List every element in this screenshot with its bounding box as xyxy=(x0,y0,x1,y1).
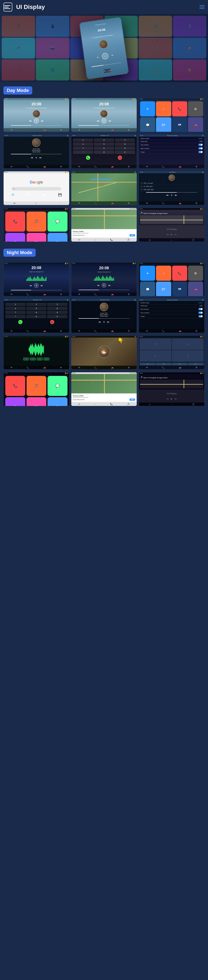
bt-music-night[interactable]: 17:44 Bluetooth_Music 🔋 🎵 Music Title Mu… xyxy=(71,299,137,333)
social-controls: ⏮ ⏸ ⏭ xyxy=(140,194,203,196)
apps-night[interactable]: 18:44 📶 🔋 ✈ ♪ 📞 ⚙ 💬 BT 🗺 🚗 🖼 📺 📻 📡 ✉ 📞 xyxy=(139,262,205,296)
n-call-accept[interactable]: 📞 xyxy=(18,320,22,324)
n-acp-phone[interactable]: 📞 xyxy=(5,376,25,396)
song-item-1[interactable]: 🎵 华龙_xxx.mp3 xyxy=(140,182,203,185)
poi-nav-night[interactable]: 18:18 ETA 9.0km 📍 Sunny Coffee Eastern M… xyxy=(71,372,137,406)
day-row-1: 19:44 📶 🔋 20:08 A scrolling display of i… xyxy=(3,98,205,132)
apple-carplay-night[interactable]: 18:18 📶 🔋 📞 🎵 💬 🎙 📰 🗺 ⬅ ⌂ 🎵 xyxy=(3,372,69,406)
music-player-day-2[interactable]: 20:08 📶 🔋 20:08 A scrolling display of i… xyxy=(71,98,137,132)
nav-night[interactable]: 08:51 📶 🔋 ↑ → ← ↓ 2D 3D NV DV xyxy=(139,336,205,369)
video-thumb: 🍜 xyxy=(98,345,110,358)
gmail-icon[interactable]: 📧 xyxy=(5,193,20,196)
n-dial-grid: 1 2 3 4 5 6 7 8 9 * 0 # xyxy=(5,302,68,319)
youtube-icon[interactable]: ▶ xyxy=(37,193,52,196)
n-go-button[interactable]: GO xyxy=(129,398,135,401)
song-item-3[interactable]: 🎵 华龙_你好.mp3 xyxy=(140,188,203,191)
acp-messages[interactable]: 💬 xyxy=(47,212,68,232)
carplay-google-day[interactable]: 09:41 📶 🔋 Google 🔍 📧 🗺 ▶ 💾 ⬅ xyxy=(3,171,69,205)
n-app-whatsapp[interactable]: 💬 xyxy=(140,282,155,296)
music-night-1[interactable]: 19:44 📶 🔋 20:08 Night sky background ⏮ ⏸… xyxy=(3,262,69,296)
n-app-map[interactable]: 🗺 xyxy=(172,282,187,296)
bottom-bar-1: ✉ 📞 🚗 ⚙ xyxy=(4,128,69,132)
navigation-map-day[interactable]: 13:00 🔋 📍 ✉ 📞 🚗 ⚙ xyxy=(71,171,137,205)
n-acp-news[interactable]: 📰 xyxy=(27,397,46,406)
n-app-telegram[interactable]: ✈ xyxy=(140,266,155,281)
n-auto-answer-toggle[interactable] xyxy=(199,308,203,310)
acp-podcast[interactable]: 🎙 xyxy=(5,233,25,242)
n-acp-messages[interactable]: 💬 xyxy=(47,376,68,396)
nav-icon[interactable] xyxy=(200,5,205,9)
n-nav-music-status: 08:51 📶 🔋 xyxy=(139,372,204,374)
nav-music-day[interactable]: 08:51 📶 🔋 ↗ Start on Donghae Songue Road xyxy=(139,208,205,242)
auto-connect-toggle[interactable] xyxy=(199,147,203,150)
n-auto-connect-toggle[interactable] xyxy=(199,312,203,314)
nav-up[interactable]: ↑ xyxy=(140,339,171,350)
nav-not-playing: Not Playing ⏮ ▶ ⏭ xyxy=(139,225,204,238)
header: UI Display xyxy=(0,0,208,14)
play-btn: ⏸ xyxy=(101,52,109,60)
power-toggle[interactable] xyxy=(199,151,203,153)
app-music[interactable]: ♪ xyxy=(156,101,171,116)
app-telegram[interactable]: ✈ xyxy=(140,101,155,116)
n-power-toggle[interactable] xyxy=(199,315,203,317)
n-nav-status: 08:51 📶 🔋 xyxy=(139,336,204,337)
bt-call-night[interactable]: 17:44 Bluetooth_Call 🔋 1 2 3 4 5 6 7 8 9… xyxy=(3,299,69,333)
social-bottom: ✉ 📞 🚗 ⚙ xyxy=(139,201,204,205)
app-settings[interactable]: ⚙ xyxy=(188,101,203,116)
bt-settings-day[interactable]: 17:44 Bluetooth_Settings 🔋 Device name C… xyxy=(139,135,205,169)
video-night[interactable]: 18:18 🔋 🍜 👆 ✉ 📞 🚗 ⚙ xyxy=(71,336,137,369)
music-subtitle-1: A scrolling display of information xyxy=(26,107,47,109)
n-nav-music-bottom: ⬅ ⌂ 🎵 xyxy=(139,402,204,406)
music-player-day-1[interactable]: 19:44 📶 🔋 20:08 A scrolling display of i… xyxy=(3,98,69,132)
acp-news[interactable]: 📰 xyxy=(27,233,46,242)
n-call-end[interactable]: 📵 xyxy=(50,320,54,324)
nav-right[interactable]: → xyxy=(172,339,203,350)
app-bt[interactable]: BT xyxy=(156,117,171,132)
n-acp-podcast[interactable]: 🎙 xyxy=(5,397,25,406)
n-call-bottom: ✉ 📞 🚗 ⚙ xyxy=(4,329,69,333)
n-app-music[interactable]: ♪ xyxy=(156,266,171,281)
bt-track-info: Music Title Music Album Music Artist xyxy=(5,148,68,153)
n-acp-music[interactable]: 🎵 xyxy=(27,376,46,396)
music-night-2[interactable]: 20:08 📶 🔋 20:08 Galaxy background ⏮ ⏸ ⏭ … xyxy=(71,262,137,296)
maps-icon[interactable]: 🗺 xyxy=(21,193,36,196)
call-end[interactable]: 📵 xyxy=(118,156,122,160)
n-acp-maps[interactable]: 🗺 xyxy=(47,397,68,406)
n-app-bt[interactable]: BT xyxy=(156,282,171,296)
day-row-3: 09:41 📶 🔋 Google 🔍 📧 🗺 ▶ 💾 ⬅ xyxy=(3,171,205,205)
app-grid-day[interactable]: 18:44 📶 🔋 ✈ ♪ 📞 ⚙ 💬 BT 🗺 🚗 🖼 📺 📻 📡 ✉ 📞 xyxy=(139,98,205,132)
social-music-day[interactable]: 17:44 SocialMusic 🔋 🎵 🎵 华龙_xxx.mp3 🎵 xxx… xyxy=(139,171,205,205)
nav-music-night[interactable]: 08:51 📶 🔋 ↗ Start on Donghae Songue Road… xyxy=(139,372,205,406)
nav-left[interactable]: ← xyxy=(140,350,171,362)
go-button[interactable]: GO xyxy=(129,234,135,237)
acp-maps[interactable]: 🗺 xyxy=(47,233,68,242)
mini-map xyxy=(140,215,203,224)
app-phone[interactable]: 📞 xyxy=(172,101,187,116)
settings-auto-answer: Auto answer xyxy=(139,143,204,147)
bt-settings-night[interactable]: 17:44 Bluetooth_Settings 🔋 Device name C… xyxy=(139,299,205,333)
n-app-carplay[interactable]: 🚗 xyxy=(188,282,203,296)
menu-button[interactable] xyxy=(3,3,12,11)
acp-music[interactable]: 🎵 xyxy=(27,212,46,232)
n-app-settings[interactable]: ⚙ xyxy=(188,266,203,281)
nav-down[interactable]: ↓ xyxy=(172,350,203,362)
poi-nav-day[interactable]: 18:18 ETA 9.0km 📍 Sunny Coffee Eastern M… xyxy=(71,208,137,242)
app-carplay[interactable]: 🚗 xyxy=(188,117,203,132)
search-bar[interactable]: 🔍 xyxy=(11,187,61,191)
n-app-phone[interactable]: 📞 xyxy=(172,266,187,281)
song-item-2[interactable]: 🎵 xxx 你好.mp3 xyxy=(140,185,203,188)
n-nav-bottom: ✉ 📞 🚗 ⚙ xyxy=(139,366,204,369)
app-whatsapp[interactable]: 💬 xyxy=(140,117,155,132)
app-map[interactable]: 🗺 xyxy=(172,117,187,132)
carplay-bottom: ⬅ ⌂ ⬜ xyxy=(4,201,69,205)
acp-phone[interactable]: 📞 xyxy=(5,212,25,232)
waveform-night[interactable]: V1.54 📶 🔋 EQ1 EQ2 EQ3 EQ4 ✉ 📞 🚗 ⚙ xyxy=(3,336,69,369)
bt-call-day[interactable]: 17:44 Bluetooth_Call 🔋 1 2 3 4 5 6 7 8 9… xyxy=(71,135,137,169)
apple-carplay-day[interactable]: 18:18 📶 🔋 📞 🎵 💬 🎙 📰 🗺 ⬅ ⌂ 🎵 xyxy=(3,208,69,242)
call-accept[interactable]: 📞 xyxy=(86,156,90,160)
n-call-status: 17:44 Bluetooth_Call 🔋 xyxy=(4,299,69,301)
bt-music-day[interactable]: 17:44 Bluetooth_Music 🔋 🎵 Music Title Mu… xyxy=(3,135,69,169)
drive-icon[interactable]: 💾 xyxy=(52,193,67,196)
night-row-4: 18:18 📶 🔋 📞 🎵 💬 🎙 📰 🗺 ⬅ ⌂ 🎵 xyxy=(3,372,205,406)
auto-answer-toggle[interactable] xyxy=(199,144,203,146)
